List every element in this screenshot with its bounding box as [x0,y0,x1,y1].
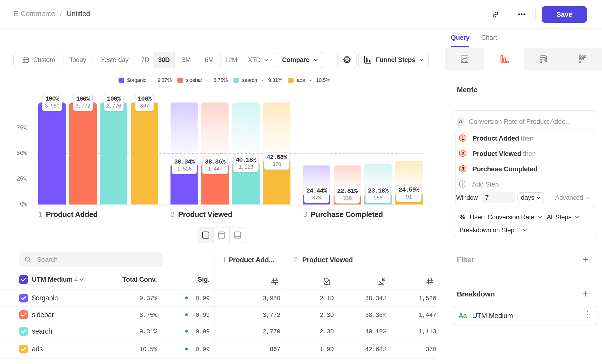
svg-text:3: 3 [462,166,464,171]
svg-text:1: 1 [462,135,464,141]
svg-text:2: 2 [462,151,464,156]
